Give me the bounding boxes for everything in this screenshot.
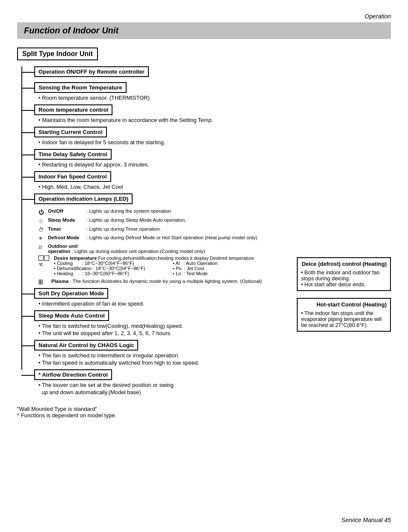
section-room-temp: Room temperature control • Maintains the… [34, 104, 288, 123]
led-desc-defrost: : Lights up during Defrost Mode or Hot S… [86, 235, 288, 240]
page-footer: Service Manual 45 [341, 517, 391, 523]
page: Operation Function of Indoor Unit Split … [0, 0, 408, 532]
sleep-icon: ☆ [38, 217, 48, 225]
section-content-sleep-mode: • The fan is switched to low(Cooling), m… [34, 323, 288, 336]
section-header-natural-air: Natural Air Control by CHAOS Logic [34, 340, 138, 351]
section-header-sleep-mode: Sleep Mode Auto Control [34, 310, 109, 321]
section-led: Operation indication Lamps (LED) ⏻ On/Of… [34, 193, 288, 285]
led-row-defrost: ✳ Defrost Mode : Lights up during Defros… [38, 235, 288, 242]
plasma-desc: : The function illustrates its dynamic m… [70, 279, 262, 284]
led-label-defrost: Defrost Mode [48, 235, 86, 240]
right-column: Deice (defrost) control (Heating) • Both… [293, 48, 391, 398]
main-content: Split Type Indoor Unit Operation ON/OFF … [17, 48, 391, 398]
led-label-timer: Timer [48, 226, 86, 232]
section-sensing: Sensing the Room Temperature • Room temp… [34, 82, 288, 101]
led-label-sleep: Sleep Mode [48, 217, 86, 223]
defrost-icon: ✳ [38, 235, 48, 242]
section-header-starting: Starting Current Control [34, 127, 107, 137]
title-bar: Function of Indoor Unit [17, 22, 391, 39]
section-content-time-delay: • Restarting is delayed for approx. 3 mi… [34, 161, 288, 168]
plasma-label: Plasma [51, 279, 68, 284]
hot-start-content: • The indoor fan stops until the evapora… [301, 310, 387, 328]
section-fan-speed: Indoor Fan Speed Control • High, Med, Lo… [34, 171, 288, 190]
footer-note-1: "Wall Mounted Type is standard" [17, 406, 391, 412]
led-row-sleep: ☆ Sleep Mode : Lights up during Sleep Mo… [38, 217, 288, 225]
led-area: ⏻ On/Off : Lights up during the system o… [38, 208, 288, 285]
page-title: Function of Indoor Unit [24, 26, 118, 35]
deice-content: • Both the indoor and outdoor fan stops … [301, 270, 387, 288]
indicator-icon: °C [38, 256, 54, 267]
outdoor-icon: ⊡ [38, 244, 48, 251]
plasma-row: ||| Plasma : The function illustrates it… [38, 279, 288, 285]
split-type-header: Split Type Indoor Unit [17, 48, 98, 60]
led-row-timer: ⏱ Timer : Lights up during Timer operati… [38, 226, 288, 234]
hot-start-box: Hot-start Control (Heating) • The indoor… [297, 298, 391, 332]
led-desc-sleep: : Lights up during Sleep Mode Auto opera… [86, 217, 288, 223]
section-content-natural-air: • The fan is switched to intermittent or… [34, 352, 288, 366]
section-airflow: * Airflow Direction Control • The louver… [34, 369, 288, 395]
footer-note-2: * Functions is dependent on model type. [17, 412, 391, 419]
section-op-onoff: Operation ON/OFF by Remote controller [34, 66, 288, 79]
indicator-row: °C Desire temperature For cooling,dehumi… [38, 256, 288, 276]
section-header-op-onoff: Operation ON/OFF by Remote controller [34, 66, 149, 77]
section-content-fan-speed: • High, Med, Low, Chaos, Jet Cool [34, 184, 288, 190]
timer-icon: ⏱ [38, 226, 48, 234]
deice-box: Deice (defrost) control (Heating) • Both… [297, 257, 391, 291]
section-header-soft-dry: Soft Dry Operation Mode [34, 288, 108, 299]
section-time-delay: Time Delay Safety Control • Restarting i… [34, 149, 288, 168]
led-desc-onoff: : Lights up during the system operation. [86, 208, 288, 214]
section-header-room-temp: Room temperature control [34, 104, 112, 115]
header-operation: Operation [17, 13, 391, 20]
section-sleep-mode: Sleep Mode Auto Control • The fan is swi… [34, 310, 288, 336]
indicator-content: Desire temperature For cooling,dehumidif… [54, 256, 288, 276]
footer-notes: "Wall Mounted Type is standard" * Functi… [17, 406, 391, 419]
deice-header: Deice (defrost) control (Heating) [301, 261, 387, 267]
plasma-icon: ||| [38, 279, 51, 285]
tree-container: Operation ON/OFF by Remote controller Se… [21, 66, 288, 395]
hot-start-header: Hot-start Control (Heating) [301, 301, 387, 308]
section-content-room-temp: • Maintains the room temperature in acco… [34, 117, 288, 123]
left-column: Split Type Indoor Unit Operation ON/OFF … [17, 48, 293, 398]
section-header-fan-speed: Indoor Fan Speed Control [34, 171, 111, 182]
led-row-outdoor: ⊡ Outdoor unitoperation : Lights up duri… [38, 244, 288, 254]
section-starting: Starting Current Control • Indoor fan is… [34, 127, 288, 146]
section-content-sensing: • Room temperature sensor. (THERMISTOR) [34, 95, 288, 101]
section-header-led: Operation indication Lamps (LED) [34, 193, 133, 204]
led-desc-timer: : Lights up during Timer operation. [86, 226, 288, 232]
section-content-starting: • Indoor fan is delayed for 5 seconds at… [34, 139, 288, 146]
section-content-airflow: • The louver can be set at the desired p… [34, 382, 288, 395]
led-label-onoff: On/Off [48, 208, 86, 214]
section-header-airflow: * Airflow Direction Control [34, 369, 112, 380]
section-header-time-delay: Time Delay Safety Control [34, 149, 112, 160]
section-natural-air: Natural Air Control by CHAOS Logic • The… [34, 340, 288, 366]
led-desc-outdoor: : Lights up during outdoor unit operatio… [72, 249, 205, 254]
section-content-soft-dry: • Intermittent operation of fan at low s… [34, 300, 288, 307]
section-soft-dry: Soft Dry Operation Mode • Intermittent o… [34, 288, 288, 307]
section-header-sensing: Sensing the Room Temperature [34, 82, 127, 93]
onoff-icon: ⏻ [38, 208, 48, 216]
led-row-onoff: ⏻ On/Off : Lights up during the system o… [38, 208, 288, 216]
